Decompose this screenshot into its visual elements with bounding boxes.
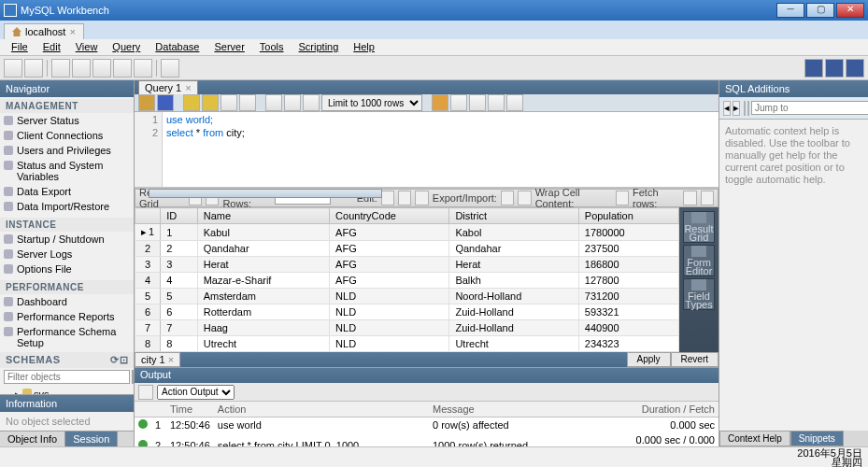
- tool-btn[interactable]: [161, 59, 179, 78]
- jump-to-input[interactable]: [751, 101, 868, 115]
- tab-snippets[interactable]: Snippets: [790, 431, 844, 446]
- output-mode-dropdown[interactable]: Action Output: [157, 385, 235, 400]
- refresh-icon[interactable]: ⟳: [110, 354, 120, 366]
- edit-icon[interactable]: [381, 191, 394, 205]
- menu-query[interactable]: Query: [105, 39, 148, 55]
- execute-step-icon[interactable]: [202, 94, 219, 111]
- status-vars-item[interactable]: Status and System Variables: [0, 158, 134, 184]
- startup-item[interactable]: Startup / Shutdown: [0, 232, 134, 247]
- table-row[interactable]: 44Mazar-e-SharifAFGBalkh127800: [135, 273, 679, 289]
- menu-edit[interactable]: Edit: [36, 39, 68, 55]
- col-header[interactable]: ID: [161, 208, 198, 224]
- autocommit-icon[interactable]: [303, 94, 320, 111]
- panel-toggle[interactable]: [846, 59, 864, 78]
- query-tab[interactable]: Query 1×: [138, 80, 198, 94]
- nav-back-icon[interactable]: ◂: [723, 101, 731, 116]
- col-header[interactable]: District: [449, 208, 578, 224]
- explain-icon[interactable]: [221, 94, 237, 111]
- tab-context-help[interactable]: Context Help: [719, 431, 790, 446]
- tool-btn[interactable]: [72, 59, 91, 78]
- revert-button[interactable]: Revert: [671, 352, 719, 367]
- form-editor-tool[interactable]: Form Editor: [683, 245, 715, 276]
- rollback-icon[interactable]: [284, 94, 301, 111]
- stop-icon[interactable]: [239, 94, 256, 111]
- result-tab[interactable]: city 1×: [135, 352, 180, 367]
- auto-help-icon[interactable]: [747, 101, 749, 116]
- close-result-icon[interactable]: ×: [168, 354, 174, 365]
- table-row[interactable]: 11KabulAFGKabol1780000: [135, 224, 679, 241]
- table-row[interactable]: 88UtrechtNLDUtrecht234323: [135, 336, 679, 352]
- schema-sys[interactable]: ▸sys: [4, 388, 130, 394]
- table-row[interactable]: 22QandaharAFGQandahar237500: [135, 241, 679, 257]
- tool-btn[interactable]: [92, 59, 111, 78]
- menu-database[interactable]: Database: [148, 39, 206, 55]
- server-logs-item[interactable]: Server Logs: [0, 247, 134, 262]
- table-row[interactable]: 66RotterdamNLDZuid-Holland593321: [135, 304, 679, 320]
- new-sql-icon[interactable]: [4, 59, 22, 78]
- data-import-item[interactable]: Data Import/Restore: [0, 199, 134, 214]
- minimize-button[interactable]: ─: [776, 3, 804, 18]
- invisible-icon[interactable]: [488, 94, 505, 111]
- result-grid[interactable]: IDNameCountryCodeDistrictPopulation11Kab…: [135, 207, 679, 352]
- export-icon[interactable]: [501, 191, 514, 205]
- filter-clear-icon[interactable]: [132, 370, 134, 384]
- tool-btn[interactable]: [134, 59, 152, 78]
- table-row[interactable]: 77HaagNLDZuid-Holland440900: [135, 320, 679, 336]
- table-row[interactable]: 55AmsterdamNLDNoord-Holland731200: [135, 289, 679, 304]
- output-row[interactable]: 112:50:46 use world0 row(s) affected 0.0…: [135, 417, 719, 433]
- execute-icon[interactable]: [183, 94, 200, 111]
- col-header[interactable]: Population: [578, 208, 678, 224]
- dashboard-item[interactable]: Dashboard: [0, 294, 134, 309]
- sql-editor[interactable]: 12 use world; select * from city;: [135, 112, 719, 187]
- output-clear-icon[interactable]: [138, 385, 153, 400]
- nav-fwd-icon[interactable]: ▸: [733, 101, 740, 116]
- result-grid-tool[interactable]: Result Grid: [683, 211, 715, 243]
- close-tab-icon[interactable]: ×: [69, 26, 75, 37]
- beautify-icon[interactable]: [432, 94, 448, 111]
- perf-reports-item[interactable]: Performance Reports: [0, 309, 134, 324]
- close-query-icon[interactable]: ×: [185, 82, 191, 93]
- field-types-tool[interactable]: Field Types: [683, 278, 715, 310]
- editor-scrollbar[interactable]: [135, 187, 719, 189]
- menu-help[interactable]: Help: [346, 39, 382, 55]
- server-status-item[interactable]: Server Status: [0, 113, 134, 128]
- users-privileges-item[interactable]: Users and Privileges: [0, 143, 134, 158]
- open-file-icon[interactable]: [138, 94, 155, 111]
- tool-icon[interactable]: [450, 94, 467, 111]
- find-icon[interactable]: [469, 94, 486, 111]
- apply-button[interactable]: Apply: [627, 352, 671, 367]
- save-icon[interactable]: [157, 94, 174, 111]
- fetch-icon[interactable]: [683, 191, 696, 205]
- panel-toggle[interactable]: [825, 59, 844, 78]
- import-icon[interactable]: [518, 191, 531, 205]
- help-icon[interactable]: [744, 101, 746, 116]
- limit-dropdown[interactable]: Limit to 1000 rows: [321, 94, 422, 111]
- data-export-item[interactable]: Data Export: [0, 184, 134, 199]
- menu-scripting[interactable]: Scripting: [292, 39, 347, 55]
- expand-icon[interactable]: ⊡: [120, 354, 129, 366]
- menu-view[interactable]: View: [68, 39, 106, 55]
- tool-btn[interactable]: [51, 59, 70, 78]
- new-model-icon[interactable]: [24, 59, 43, 78]
- commit-icon[interactable]: [265, 94, 282, 111]
- tool-btn[interactable]: [113, 59, 132, 78]
- col-header[interactable]: CountryCode: [330, 208, 449, 224]
- col-header[interactable]: Name: [197, 208, 329, 224]
- connection-tab[interactable]: localhost ×: [4, 23, 84, 39]
- output-row[interactable]: 212:50:46 select * from city LIMIT 0, 10…: [135, 432, 719, 446]
- edit-icon[interactable]: [398, 191, 411, 205]
- wrap-icon[interactable]: [506, 94, 523, 111]
- maximize-button[interactable]: ▢: [806, 3, 834, 18]
- panel-toggle[interactable]: [804, 59, 823, 78]
- client-connections-item[interactable]: Client Connections: [0, 128, 134, 143]
- tab-session[interactable]: Session: [65, 432, 118, 446]
- schema-filter-input[interactable]: [4, 370, 130, 384]
- menu-server[interactable]: Server: [206, 39, 251, 55]
- perf-schema-item[interactable]: Performance Schema Setup: [0, 324, 134, 350]
- menu-file[interactable]: File: [4, 39, 36, 55]
- menu-tools[interactable]: Tools: [252, 39, 292, 55]
- tab-object-info[interactable]: Object Info: [0, 432, 65, 446]
- edit-icon[interactable]: [415, 191, 428, 205]
- close-button[interactable]: ✕: [836, 3, 864, 18]
- options-file-item[interactable]: Options File: [0, 262, 134, 276]
